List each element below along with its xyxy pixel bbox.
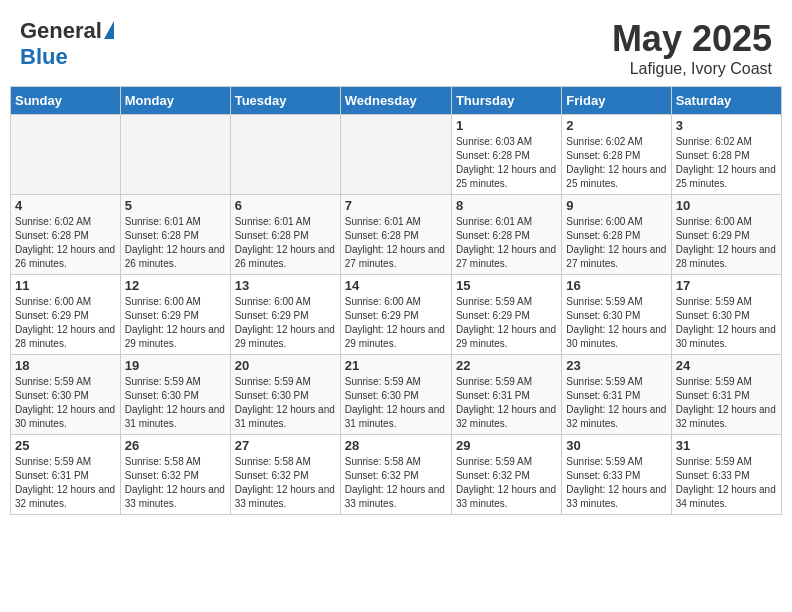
day-info: Sunrise: 6:00 AMSunset: 6:28 PMDaylight:… — [566, 215, 666, 271]
day-number: 1 — [456, 118, 557, 133]
calendar-day-cell: 5Sunrise: 6:01 AMSunset: 6:28 PMDaylight… — [120, 195, 230, 275]
day-number: 16 — [566, 278, 666, 293]
calendar-day-cell: 27Sunrise: 5:58 AMSunset: 6:32 PMDayligh… — [230, 435, 340, 515]
location-label: Lafigue, Ivory Coast — [612, 60, 772, 78]
calendar-day-cell: 11Sunrise: 6:00 AMSunset: 6:29 PMDayligh… — [11, 275, 121, 355]
calendar-day-cell: 29Sunrise: 5:59 AMSunset: 6:32 PMDayligh… — [451, 435, 561, 515]
calendar-day-cell: 15Sunrise: 5:59 AMSunset: 6:29 PMDayligh… — [451, 275, 561, 355]
day-info: Sunrise: 6:00 AMSunset: 6:29 PMDaylight:… — [15, 295, 116, 351]
month-title: May 2025 — [612, 18, 772, 60]
calendar-day-cell: 17Sunrise: 5:59 AMSunset: 6:30 PMDayligh… — [671, 275, 781, 355]
day-number: 24 — [676, 358, 777, 373]
day-number: 30 — [566, 438, 666, 453]
day-of-week-header: Sunday — [11, 87, 121, 115]
day-info: Sunrise: 6:01 AMSunset: 6:28 PMDaylight:… — [345, 215, 447, 271]
day-number: 8 — [456, 198, 557, 213]
calendar-week-row: 11Sunrise: 6:00 AMSunset: 6:29 PMDayligh… — [11, 275, 782, 355]
day-number: 10 — [676, 198, 777, 213]
logo-general-text: General — [20, 18, 102, 44]
day-number: 19 — [125, 358, 226, 373]
day-info: Sunrise: 6:02 AMSunset: 6:28 PMDaylight:… — [15, 215, 116, 271]
calendar-day-cell: 7Sunrise: 6:01 AMSunset: 6:28 PMDaylight… — [340, 195, 451, 275]
calendar-day-cell: 12Sunrise: 6:00 AMSunset: 6:29 PMDayligh… — [120, 275, 230, 355]
calendar-day-cell — [11, 115, 121, 195]
day-number: 2 — [566, 118, 666, 133]
day-number: 3 — [676, 118, 777, 133]
calendar-day-cell — [340, 115, 451, 195]
calendar-table: SundayMondayTuesdayWednesdayThursdayFrid… — [10, 86, 782, 515]
calendar-day-cell: 20Sunrise: 5:59 AMSunset: 6:30 PMDayligh… — [230, 355, 340, 435]
calendar-day-cell: 26Sunrise: 5:58 AMSunset: 6:32 PMDayligh… — [120, 435, 230, 515]
calendar-day-cell: 10Sunrise: 6:00 AMSunset: 6:29 PMDayligh… — [671, 195, 781, 275]
day-number: 29 — [456, 438, 557, 453]
day-info: Sunrise: 6:03 AMSunset: 6:28 PMDaylight:… — [456, 135, 557, 191]
calendar-day-cell: 28Sunrise: 5:58 AMSunset: 6:32 PMDayligh… — [340, 435, 451, 515]
calendar-week-row: 4Sunrise: 6:02 AMSunset: 6:28 PMDaylight… — [11, 195, 782, 275]
calendar-day-cell: 25Sunrise: 5:59 AMSunset: 6:31 PMDayligh… — [11, 435, 121, 515]
day-info: Sunrise: 5:59 AMSunset: 6:33 PMDaylight:… — [676, 455, 777, 511]
day-info: Sunrise: 5:58 AMSunset: 6:32 PMDaylight:… — [235, 455, 336, 511]
day-number: 11 — [15, 278, 116, 293]
day-of-week-header: Thursday — [451, 87, 561, 115]
day-number: 15 — [456, 278, 557, 293]
calendar-day-cell — [230, 115, 340, 195]
day-info: Sunrise: 5:59 AMSunset: 6:30 PMDaylight:… — [566, 295, 666, 351]
day-info: Sunrise: 5:59 AMSunset: 6:31 PMDaylight:… — [456, 375, 557, 431]
day-of-week-header: Friday — [562, 87, 671, 115]
day-number: 18 — [15, 358, 116, 373]
calendar-day-cell: 13Sunrise: 6:00 AMSunset: 6:29 PMDayligh… — [230, 275, 340, 355]
day-number: 17 — [676, 278, 777, 293]
calendar-day-cell: 18Sunrise: 5:59 AMSunset: 6:30 PMDayligh… — [11, 355, 121, 435]
day-info: Sunrise: 5:59 AMSunset: 6:30 PMDaylight:… — [15, 375, 116, 431]
day-number: 7 — [345, 198, 447, 213]
day-number: 13 — [235, 278, 336, 293]
day-of-week-header: Saturday — [671, 87, 781, 115]
day-number: 20 — [235, 358, 336, 373]
calendar-day-cell: 4Sunrise: 6:02 AMSunset: 6:28 PMDaylight… — [11, 195, 121, 275]
calendar-day-cell: 30Sunrise: 5:59 AMSunset: 6:33 PMDayligh… — [562, 435, 671, 515]
calendar-week-row: 25Sunrise: 5:59 AMSunset: 6:31 PMDayligh… — [11, 435, 782, 515]
day-info: Sunrise: 5:59 AMSunset: 6:30 PMDaylight:… — [125, 375, 226, 431]
day-info: Sunrise: 6:01 AMSunset: 6:28 PMDaylight:… — [456, 215, 557, 271]
logo-blue-text: Blue — [20, 44, 68, 70]
day-info: Sunrise: 5:59 AMSunset: 6:30 PMDaylight:… — [235, 375, 336, 431]
calendar-day-cell — [120, 115, 230, 195]
calendar-day-cell: 9Sunrise: 6:00 AMSunset: 6:28 PMDaylight… — [562, 195, 671, 275]
calendar-day-cell: 6Sunrise: 6:01 AMSunset: 6:28 PMDaylight… — [230, 195, 340, 275]
day-info: Sunrise: 6:01 AMSunset: 6:28 PMDaylight:… — [125, 215, 226, 271]
day-number: 9 — [566, 198, 666, 213]
day-of-week-header: Monday — [120, 87, 230, 115]
day-number: 25 — [15, 438, 116, 453]
calendar-day-cell: 1Sunrise: 6:03 AMSunset: 6:28 PMDaylight… — [451, 115, 561, 195]
calendar-day-cell: 3Sunrise: 6:02 AMSunset: 6:28 PMDaylight… — [671, 115, 781, 195]
day-info: Sunrise: 5:59 AMSunset: 6:31 PMDaylight:… — [566, 375, 666, 431]
day-number: 22 — [456, 358, 557, 373]
title-section: May 2025 Lafigue, Ivory Coast — [612, 18, 772, 78]
day-info: Sunrise: 6:00 AMSunset: 6:29 PMDaylight:… — [345, 295, 447, 351]
day-number: 6 — [235, 198, 336, 213]
day-info: Sunrise: 5:58 AMSunset: 6:32 PMDaylight:… — [125, 455, 226, 511]
calendar-day-cell: 2Sunrise: 6:02 AMSunset: 6:28 PMDaylight… — [562, 115, 671, 195]
calendar-week-row: 18Sunrise: 5:59 AMSunset: 6:30 PMDayligh… — [11, 355, 782, 435]
calendar-day-cell: 19Sunrise: 5:59 AMSunset: 6:30 PMDayligh… — [120, 355, 230, 435]
calendar-week-row: 1Sunrise: 6:03 AMSunset: 6:28 PMDaylight… — [11, 115, 782, 195]
calendar-day-cell: 16Sunrise: 5:59 AMSunset: 6:30 PMDayligh… — [562, 275, 671, 355]
day-number: 23 — [566, 358, 666, 373]
day-info: Sunrise: 5:59 AMSunset: 6:32 PMDaylight:… — [456, 455, 557, 511]
day-info: Sunrise: 6:02 AMSunset: 6:28 PMDaylight:… — [676, 135, 777, 191]
day-number: 21 — [345, 358, 447, 373]
day-info: Sunrise: 6:01 AMSunset: 6:28 PMDaylight:… — [235, 215, 336, 271]
day-info: Sunrise: 5:59 AMSunset: 6:31 PMDaylight:… — [15, 455, 116, 511]
calendar-day-cell: 14Sunrise: 6:00 AMSunset: 6:29 PMDayligh… — [340, 275, 451, 355]
day-number: 4 — [15, 198, 116, 213]
logo-triangle-icon — [104, 21, 114, 39]
calendar-day-cell: 31Sunrise: 5:59 AMSunset: 6:33 PMDayligh… — [671, 435, 781, 515]
calendar-day-cell: 24Sunrise: 5:59 AMSunset: 6:31 PMDayligh… — [671, 355, 781, 435]
day-number: 26 — [125, 438, 226, 453]
day-number: 5 — [125, 198, 226, 213]
day-info: Sunrise: 6:00 AMSunset: 6:29 PMDaylight:… — [235, 295, 336, 351]
day-number: 27 — [235, 438, 336, 453]
day-number: 12 — [125, 278, 226, 293]
day-info: Sunrise: 5:59 AMSunset: 6:30 PMDaylight:… — [676, 295, 777, 351]
day-info: Sunrise: 5:58 AMSunset: 6:32 PMDaylight:… — [345, 455, 447, 511]
